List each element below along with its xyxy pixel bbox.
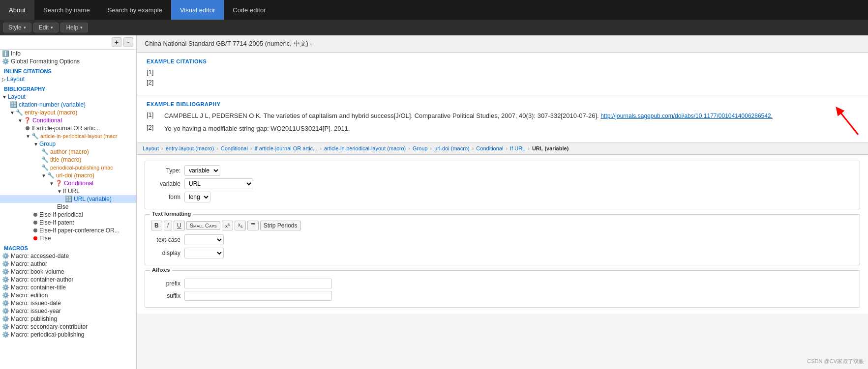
macro-icon: ⚙️ <box>2 315 9 322</box>
tree-toggle-icon[interactable]: ▼ <box>49 181 54 186</box>
sidebar-item-bib-layout[interactable]: ▼ Layout <box>0 93 136 101</box>
breadcrumb-if-url[interactable]: If URL <box>510 145 525 151</box>
variable-select[interactable]: URL <box>184 178 253 189</box>
breadcrumb-url-variable[interactable]: URL (variable) <box>532 145 569 151</box>
text-case-row: text-case <box>151 234 854 245</box>
tree-toggle-icon[interactable]: ▼ <box>10 110 15 115</box>
sidebar-item-global-formatting[interactable]: ⚙️ Global Formatting Options <box>0 57 136 65</box>
breadcrumb-conditional2[interactable]: Conditional <box>476 145 503 151</box>
expand-button[interactable]: + <box>112 37 121 47</box>
sidebar-item-group[interactable]: ▼ Group <box>0 140 136 148</box>
sidebar-item-macro-container-title[interactable]: ⚙️ Macro: container-title <box>0 284 136 291</box>
sidebar-item-citation-number[interactable]: 🔡 citation-number (variable) <box>0 101 136 109</box>
sidebar-item-conditional[interactable]: ▼ ❓ Conditional <box>0 116 136 124</box>
sidebar-item-macro-periodical-publishing[interactable]: ⚙️ Macro: periodical-publishing <box>0 331 136 339</box>
sidebar-item-title[interactable]: 🔧 title (macro) <box>0 156 136 164</box>
breadcrumb-url-doi[interactable]: url-doi (macro) <box>434 145 470 151</box>
sidebar-item-else[interactable]: Else <box>0 203 136 211</box>
example-bibliography-section: EXAMPLE BIBLIOGRAPHY [1] CAMPBELL J L, P… <box>137 95 868 142</box>
tree-toggle-icon[interactable]: ▼ <box>26 134 30 139</box>
dot-icon <box>26 126 30 130</box>
variable-row: variable URL <box>151 178 854 189</box>
sidebar-item-if-article[interactable]: If article-journal OR artic... <box>0 124 136 132</box>
tree-toggle-icon[interactable]: ▼ <box>41 173 46 178</box>
sidebar-item-macro-accessed-date[interactable]: ⚙️ Macro: accessed-date <box>0 252 136 260</box>
tree-toggle-icon[interactable]: ▼ <box>57 189 62 194</box>
superscript-button[interactable]: xs <box>222 221 233 230</box>
chevron-down-icon: ▾ <box>80 25 83 30</box>
toolbar: Style ▾ Edit ▾ Help ▾ <box>0 20 868 35</box>
sidebar-item-else2[interactable]: Else <box>0 234 136 242</box>
breadcrumb-if-article[interactable]: If article-journal OR artic... <box>255 145 318 151</box>
sidebar-item-macro-issued-date[interactable]: ⚙️ Macro: issued-date <box>0 299 136 307</box>
sidebar-item-macro-author[interactable]: ⚙️ Macro: author <box>0 260 136 268</box>
type-row: Type: variable <box>151 165 854 176</box>
breadcrumb-article-in-periodical[interactable]: article-in-periodical-layout (macro) <box>324 145 406 151</box>
bib-num-1: [1] <box>147 111 158 121</box>
sidebar-item-macro-edition[interactable]: ⚙️ Macro: edition <box>0 291 136 299</box>
tree-toggle-icon[interactable]: ▷ <box>2 77 6 82</box>
breadcrumb-layout[interactable]: Layout <box>143 145 159 151</box>
breadcrumb-conditional[interactable]: Conditional <box>221 145 248 151</box>
suffix-input[interactable] <box>184 291 332 301</box>
bibliography-item-2: [2] Yo-yo having a modifiable string gap… <box>147 124 858 134</box>
macro-icon: ⚙️ <box>2 300 9 307</box>
tree-toggle-icon[interactable]: ▼ <box>18 118 23 123</box>
tree-toggle-icon[interactable]: ▼ <box>2 94 7 100</box>
sidebar-item-macro-secondary-contributor[interactable]: ⚙️ Macro: secondary-contributor <box>0 323 136 331</box>
subscript-button[interactable]: xs <box>235 221 246 230</box>
variable-label: variable <box>151 180 180 187</box>
sidebar-item-info[interactable]: ℹ️ Info <box>0 50 136 57</box>
strip-periods-button[interactable]: Strip Periods <box>260 221 301 230</box>
help-menu-button[interactable]: Help ▾ <box>60 23 88 32</box>
suffix-row: suffix <box>151 291 854 301</box>
small-caps-button[interactable]: Small Caps <box>186 221 220 230</box>
sidebar-item-macro-container-author[interactable]: ⚙️ Macro: container-author <box>0 276 136 284</box>
collapse-button[interactable]: - <box>123 37 133 47</box>
display-select[interactable] <box>184 248 224 258</box>
nav-code-editor[interactable]: Code editor <box>224 0 274 20</box>
type-select[interactable]: variable <box>184 165 220 176</box>
nav-search-by-name[interactable]: Search by name <box>34 0 99 20</box>
bold-button[interactable]: B <box>151 221 162 230</box>
sidebar-item-else-if-periodical[interactable]: Else-If periodical <box>0 211 136 219</box>
form-select[interactable]: long <box>184 192 210 202</box>
sidebar-item-inline-layout[interactable]: ▷ Layout <box>0 75 136 83</box>
sidebar: + - ℹ️ Info ⚙️ Global Formatting Options… <box>0 35 137 369</box>
underline-button[interactable]: U <box>174 221 185 230</box>
edit-menu-button[interactable]: Edit ▾ <box>33 23 59 32</box>
conditional-icon: ❓ <box>55 180 62 187</box>
info-icon: ℹ️ <box>2 50 9 57</box>
sidebar-item-entry-layout[interactable]: ▼ 🔧 entry-layout (macro) <box>0 109 136 116</box>
sidebar-item-conditional2[interactable]: ▼ ❓ Conditional <box>0 179 136 187</box>
sidebar-item-article-in-periodical[interactable]: ▼ 🔧 article-in-periodical-layout (macr <box>0 132 136 140</box>
sidebar-item-author[interactable]: 🔧 author (macro) <box>0 148 136 156</box>
bib-text-2: Yo-yo having a modifiable string gap: WO… <box>164 124 858 134</box>
display-label: display <box>151 250 180 256</box>
tree-toggle-icon[interactable]: ▼ <box>33 142 38 147</box>
sidebar-item-macro-issued-year[interactable]: ⚙️ Macro: issued-year <box>0 307 136 315</box>
bibliography-section-label: BIBLIOGRAPHY <box>0 83 136 93</box>
nav-visual-editor[interactable]: Visual editor <box>171 0 224 20</box>
text-case-select[interactable] <box>184 234 224 245</box>
sidebar-item-url-variable[interactable]: 🔡 URL (variable) <box>0 195 136 203</box>
nav-about[interactable]: About <box>0 0 34 20</box>
quotes-button[interactable]: "" <box>247 221 259 230</box>
sidebar-item-url-doi[interactable]: ▼ 🔧 url-doi (macro) <box>0 171 136 179</box>
sidebar-item-else-if-patent[interactable]: Else-If patent <box>0 219 136 227</box>
breadcrumb-entry-layout[interactable]: entry-layout (macro) <box>166 145 214 151</box>
sidebar-item-if-url[interactable]: ▼ If URL <box>0 187 136 195</box>
sidebar-item-macro-publishing[interactable]: ⚙️ Macro: publishing <box>0 315 136 323</box>
sidebar-item-periodical-publishing[interactable]: 🔧 periodical-publishing (mac <box>0 164 136 171</box>
sidebar-item-else-if-paper[interactable]: Else-If paper-conference OR... <box>0 227 136 234</box>
sidebar-item-macro-book-volume[interactable]: ⚙️ Macro: book-volume <box>0 268 136 276</box>
prefix-input[interactable] <box>184 279 332 288</box>
dot-icon <box>33 221 37 225</box>
style-menu-button[interactable]: Style ▾ <box>3 23 31 32</box>
nav-search-by-example[interactable]: Search by example <box>99 0 171 20</box>
italic-button[interactable]: I <box>164 221 172 230</box>
breadcrumb-group[interactable]: Group <box>413 145 428 151</box>
content-header: China National Standard GB/T 7714-2005 (… <box>137 35 868 53</box>
bib-link-1[interactable]: http://journals.sagepub.com/doi/abs/10.1… <box>600 113 773 119</box>
macro-icon: 🔧 <box>41 148 49 155</box>
